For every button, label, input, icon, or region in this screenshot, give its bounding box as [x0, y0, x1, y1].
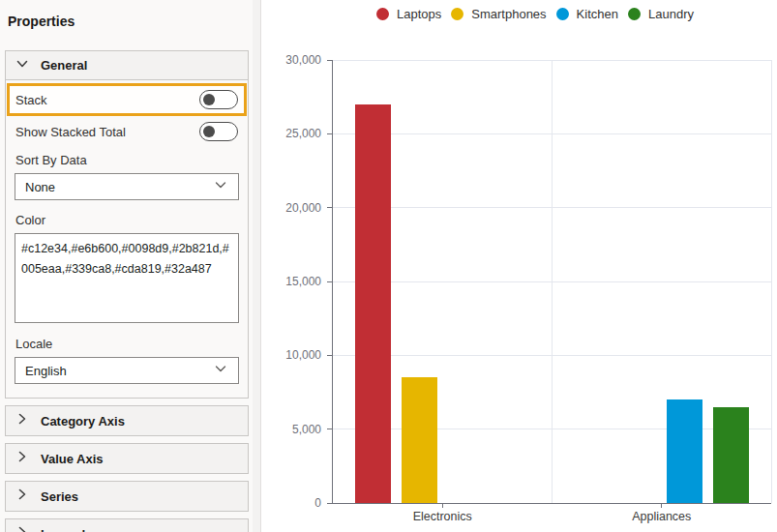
- stack-toggle[interactable]: [199, 90, 238, 109]
- y-axis-tick-label: 0: [262, 496, 321, 510]
- y-axis-tick-label: 30,000: [262, 53, 321, 67]
- stack-label: Stack: [15, 93, 47, 107]
- chevron-right-icon: [15, 525, 29, 532]
- accordion-value-axis: Value Axis: [5, 443, 249, 474]
- y-axis-tick: [327, 281, 332, 282]
- x-axis-tick: [661, 503, 662, 508]
- accordion-general: General Stack Show Stacked Total Sort By…: [5, 50, 249, 399]
- stack-row: Stack: [10, 86, 244, 113]
- y-axis-tick: [327, 207, 332, 208]
- y-axis-tick: [327, 503, 332, 504]
- bar-kitchen[interactable]: [667, 399, 702, 503]
- accordion-value-axis-label: Value Axis: [41, 452, 104, 466]
- locale-label: Locale: [15, 337, 238, 351]
- y-axis-tick: [327, 133, 332, 134]
- accordion-category-axis-header[interactable]: Category Axis: [6, 406, 248, 435]
- accordion-legend-header[interactable]: Legend: [6, 519, 248, 532]
- y-axis-line: [332, 60, 333, 504]
- color-label: Color: [15, 213, 238, 227]
- y-axis-tick: [327, 355, 332, 356]
- accordion-general-header[interactable]: General: [6, 51, 248, 80]
- bar-laptops[interactable]: [355, 104, 391, 503]
- bar-smartphones[interactable]: [402, 377, 437, 503]
- sort-by-data-value: None: [25, 180, 55, 194]
- show-stacked-total-toggle[interactable]: [199, 122, 238, 141]
- accordion-category-axis-label: Category Axis: [41, 414, 125, 429]
- color-input[interactable]: #c12e34,#e6b600,#0098d9,#2b821d,#005eaa,…: [15, 233, 239, 323]
- accordion-general-label: General: [41, 58, 87, 73]
- x-axis-category-label: Electronics: [333, 510, 553, 523]
- y-axis-tick-label: 25,000: [262, 127, 321, 140]
- chevron-right-icon: [15, 488, 29, 505]
- plot-area: 05,00010,00015,00020,00025,00030,000Elec…: [262, 0, 777, 532]
- y-axis-tick: [327, 429, 332, 429]
- show-stacked-total-label: Show Stacked Total: [15, 125, 126, 139]
- y-axis-tick-label: 10,000: [262, 348, 321, 362]
- show-stacked-total-row: Show Stacked Total: [10, 119, 244, 144]
- y-axis-tick-label: 20,000: [262, 201, 321, 215]
- chevron-right-icon: [15, 450, 29, 467]
- x-axis-category-label: Appliances: [553, 510, 772, 523]
- accordion-legend: Legend: [5, 518, 249, 532]
- general-section-body: Stack Show Stacked Total Sort By Data No…: [6, 80, 248, 398]
- accordion-series: Series: [5, 481, 249, 512]
- bar-laundry[interactable]: [713, 407, 749, 503]
- sort-by-data-dropdown[interactable]: None: [15, 173, 239, 200]
- x-axis-line: [332, 503, 771, 504]
- locale-dropdown[interactable]: English: [15, 357, 239, 384]
- chevron-down-icon: [15, 57, 29, 74]
- chevron-right-icon: [15, 412, 29, 429]
- accordion-series-header[interactable]: Series: [6, 482, 248, 511]
- chart-panel: LaptopsSmartphonesKitchenLaundry 05,0001…: [262, 0, 777, 532]
- panel-title: Properties: [8, 14, 253, 30]
- y-axis-tick-label: 15,000: [262, 275, 321, 288]
- gridline-vertical: [771, 60, 772, 503]
- sort-by-data-label: Sort By Data: [15, 153, 238, 167]
- chevron-down-icon: [213, 361, 228, 380]
- chevron-down-icon: [213, 177, 228, 196]
- accordion-category-axis: Category Axis: [5, 405, 249, 436]
- y-axis-tick-label: 5,000: [262, 423, 321, 436]
- accordion-value-axis-header[interactable]: Value Axis: [6, 444, 248, 473]
- y-axis-tick: [327, 60, 332, 61]
- properties-panel: Properties General Stack Show Stacked To…: [0, 0, 261, 532]
- locale-value: English: [25, 364, 67, 378]
- accordion-legend-label: Legend: [41, 527, 85, 532]
- accordion-series-label: Series: [41, 489, 78, 504]
- panel-scrollbar[interactable]: [253, 0, 260, 532]
- x-axis-tick: [442, 503, 443, 508]
- gridline-vertical: [552, 60, 553, 503]
